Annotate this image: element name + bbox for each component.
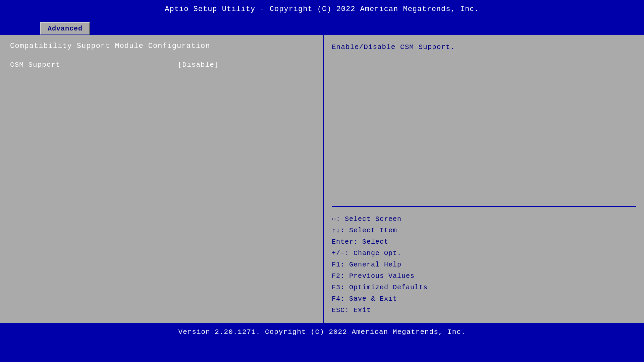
shortcut-select-item: ↑↓: Select Item — [332, 225, 636, 236]
config-label-csm: CSM Support — [10, 61, 178, 69]
shortcut-esc-exit: ESC: Exit — [332, 305, 636, 316]
tab-bar: Advanced — [0, 18, 644, 35]
header-title: Aptio Setup Utility - Copyright (C) 2022… — [165, 5, 479, 13]
shortcut-change-opt: +/-: Change Opt. — [332, 248, 636, 259]
shortcut-f2-previous: F2: Previous Values — [332, 270, 636, 282]
main-content: Compatibility Support Module Configurati… — [0, 35, 644, 323]
header-bar: Aptio Setup Utility - Copyright (C) 2022… — [0, 0, 644, 18]
footer-bar: Version 2.20.1271. Copyright (C) 2022 Am… — [0, 323, 644, 341]
footer-text: Version 2.20.1271. Copyright (C) 2022 Am… — [178, 328, 466, 336]
shortcut-select-screen: ↔: Select Screen — [332, 214, 636, 225]
help-text: Enable/Disable CSM Support. — [332, 42, 636, 203]
shortcuts-container: ↔: Select Screen ↑↓: Select Item Enter: … — [332, 210, 636, 316]
right-panel: Enable/Disable CSM Support. ↔: Select Sc… — [324, 35, 644, 323]
shortcut-f1-help: F1: General Help — [332, 259, 636, 270]
tab-advanced[interactable]: Advanced — [40, 22, 90, 35]
panel-title: Compatibility Support Module Configurati… — [10, 42, 313, 50]
shortcut-enter-select: Enter: Select — [332, 236, 636, 248]
divider — [332, 206, 636, 207]
shortcut-f4-save: F4: Save & Exit — [332, 293, 636, 305]
shortcut-f3-defaults: F3: Optimized Defaults — [332, 282, 636, 293]
left-panel: Compatibility Support Module Configurati… — [0, 35, 324, 323]
config-value-csm: [Disable] — [178, 61, 219, 69]
config-item-csm[interactable]: CSM Support [Disable] — [10, 60, 313, 70]
